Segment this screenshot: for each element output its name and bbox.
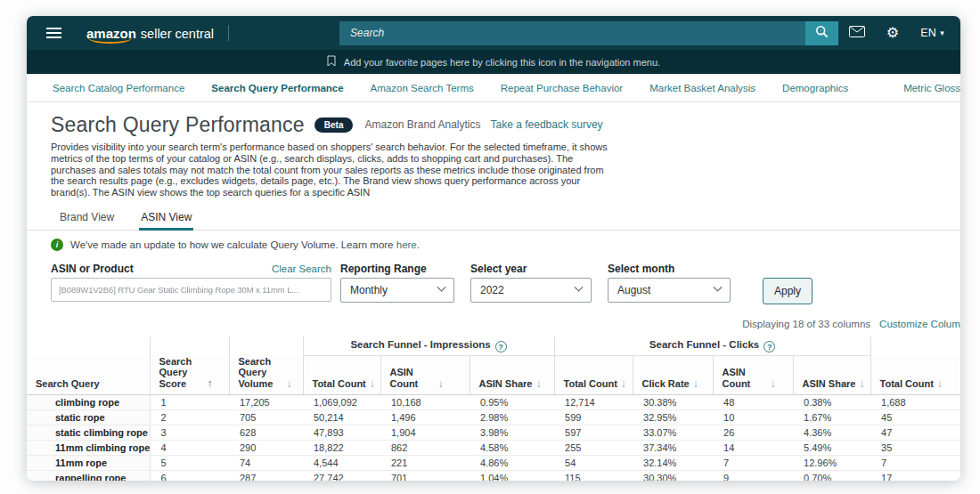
- metric-cell: 5: [150, 456, 229, 471]
- column-header[interactable]: Search Query: [27, 356, 150, 395]
- sort-desc-icon[interactable]: ↓: [771, 378, 776, 389]
- favorites-hint-bar: Add your favorite pages here by clicking…: [27, 50, 960, 74]
- apply-button[interactable]: Apply: [763, 278, 813, 304]
- messages-icon[interactable]: [849, 25, 865, 41]
- page-title: Search Query Performance: [51, 113, 305, 137]
- hamburger-menu-icon[interactable]: [46, 28, 61, 38]
- tab-brand-view[interactable]: Brand View: [58, 207, 116, 230]
- customize-columns-link[interactable]: Customize Columns: [879, 319, 960, 329]
- table-row: climbing rope117,2051,069,09210,1680.95%…: [27, 395, 960, 410]
- help-icon[interactable]: ?: [764, 341, 775, 352]
- metric-cell: 1,688: [870, 395, 960, 410]
- sort-desc-icon[interactable]: ↓: [859, 378, 864, 389]
- seller-central-text: seller central: [141, 27, 214, 41]
- month-select[interactable]: August: [608, 278, 731, 303]
- amazon-seller-central-logo[interactable]: amazon seller central: [86, 26, 214, 41]
- nav-item-metric-glossary[interactable]: Metric Glossary: [903, 83, 960, 93]
- metric-cell: 37.34%: [633, 441, 713, 456]
- chevron-down-icon: [575, 283, 584, 292]
- sort-desc-icon[interactable]: ↓: [937, 378, 943, 389]
- metric-cell: 45: [870, 410, 960, 425]
- metric-cell: 705: [229, 410, 303, 425]
- metric-cell: 701: [380, 471, 470, 481]
- sort-desc-icon[interactable]: ↓: [693, 378, 698, 389]
- feedback-survey-link[interactable]: Take a feedback survey: [491, 118, 603, 131]
- metric-cell: 74: [229, 456, 303, 471]
- metric-cell: 27,742: [303, 471, 380, 481]
- logo-divider: [228, 25, 229, 41]
- nav-item[interactable]: Repeat Purchase Behavior: [501, 83, 623, 93]
- sort-desc-icon[interactable]: ↓: [438, 378, 444, 389]
- tab-asin-view[interactable]: ASIN View: [139, 207, 193, 230]
- metric-cell: 47,893: [303, 425, 380, 441]
- topbar-actions: ⚙ EN ▾: [849, 25, 944, 41]
- section-nav: Search Catalog PerformanceSearch Query P…: [27, 74, 960, 102]
- search-query-cell: climbing rope: [27, 395, 150, 410]
- asin-filter-group: ASIN or Product Clear Search [B089W1V2B6…: [51, 263, 331, 302]
- sort-desc-icon[interactable]: ↓: [287, 378, 292, 389]
- nav-item[interactable]: Demographics: [782, 83, 848, 93]
- table-meta: Displaying 18 of 33 columns Customize Co…: [27, 317, 960, 331]
- nav-item[interactable]: Search Catalog Performance: [53, 83, 184, 93]
- metric-cell: 599: [554, 410, 633, 425]
- column-header[interactable]: ASIN Share↓: [470, 356, 554, 395]
- column-header[interactable]: Total Count↓: [870, 356, 960, 395]
- asin-input[interactable]: [B089W1V2B6] RTU Gear Static Climbing Ro…: [51, 278, 331, 302]
- metric-cell: 7: [713, 456, 793, 471]
- help-icon[interactable]: ?: [495, 341, 507, 352]
- metric-cell: 1: [150, 395, 229, 410]
- metric-cell: 0.70%: [793, 471, 870, 481]
- metric-cell: 2.98%: [470, 410, 554, 425]
- column-group-spacer: [229, 336, 303, 356]
- sort-desc-icon[interactable]: ↓: [535, 378, 541, 389]
- bookmark-icon: [327, 55, 336, 69]
- search-button[interactable]: [805, 21, 838, 45]
- notice-text: We've made an update to how we calculate…: [70, 239, 420, 250]
- settings-gear-icon[interactable]: ⚙: [886, 26, 899, 40]
- metric-cell: 862: [380, 441, 470, 456]
- year-select[interactable]: 2022: [470, 278, 592, 303]
- metric-cell: 17,205: [229, 395, 303, 410]
- metric-cell: 4.86%: [470, 456, 554, 471]
- reporting-range-select[interactable]: Monthly: [340, 278, 454, 303]
- sort-desc-icon[interactable]: ↓: [370, 378, 375, 389]
- metric-cell: 32.14%: [633, 456, 713, 471]
- amazon-logo-text: amazon: [86, 26, 136, 41]
- metric-cell: 290: [229, 441, 303, 456]
- global-search: Search: [339, 21, 838, 45]
- column-header[interactable]: ASIN Count↓: [713, 356, 793, 395]
- column-header[interactable]: Click Rate↓: [633, 356, 713, 395]
- month-label: Select month: [608, 263, 731, 278]
- metric-cell: 1,904: [380, 425, 470, 441]
- metric-cell: 12,714: [554, 395, 633, 410]
- asin-label: ASIN or Product: [51, 263, 134, 275]
- column-header[interactable]: Total Count↓: [554, 356, 633, 395]
- language-selector[interactable]: EN ▾: [920, 27, 944, 39]
- column-group-spacer: [27, 336, 150, 356]
- metric-cell: 4.58%: [470, 441, 554, 456]
- sort-desc-icon[interactable]: ↓: [621, 378, 626, 389]
- metric-cell: 4.36%: [793, 425, 870, 441]
- learn-more-link[interactable]: here: [396, 239, 417, 250]
- metric-cell: 597: [554, 425, 633, 441]
- reporting-range-label: Reporting Range: [340, 263, 454, 278]
- nav-item[interactable]: Amazon Search Terms: [371, 83, 474, 93]
- metric-cell: 115: [554, 471, 633, 481]
- column-header[interactable]: ASIN Count↓: [380, 356, 470, 395]
- search-query-cell: 11mm rope: [27, 456, 150, 471]
- query-volume-notice: i We've made an update to how we calcula…: [51, 239, 960, 252]
- column-header[interactable]: Total Count↓: [303, 356, 380, 395]
- table-row: static climbing rope362847,8931,9043.98%…: [27, 425, 960, 441]
- nav-item[interactable]: Search Query Performance: [211, 83, 343, 93]
- metric-cell: 4: [150, 441, 229, 456]
- nav-item[interactable]: Market Basket Analysis: [649, 83, 755, 93]
- info-icon: i: [51, 239, 63, 251]
- beta-badge: Beta: [314, 117, 354, 133]
- column-header[interactable]: Search Query Volume↓: [229, 356, 303, 395]
- column-header[interactable]: Search Query Score↑: [150, 356, 229, 395]
- metric-cell: 26: [713, 425, 793, 441]
- sort-asc-icon[interactable]: ↑: [208, 378, 213, 389]
- search-input[interactable]: Search: [339, 21, 805, 45]
- clear-search-link[interactable]: Clear Search: [272, 263, 331, 274]
- column-header[interactable]: ASIN Share↓: [793, 356, 870, 395]
